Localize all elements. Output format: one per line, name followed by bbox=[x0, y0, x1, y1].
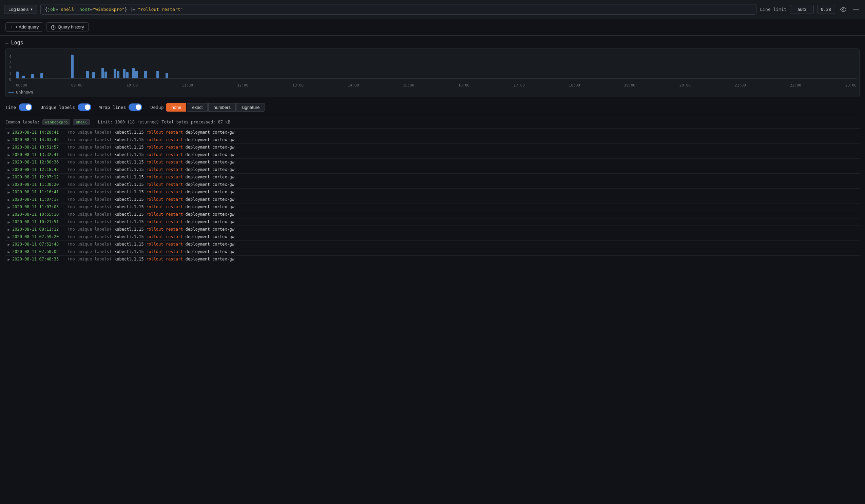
log-expand-icon: ▶ bbox=[5, 220, 12, 224]
log-message: kubectl.1.15 rollout restart deployment … bbox=[114, 249, 860, 254]
log-expand-icon: ▶ bbox=[5, 130, 12, 135]
log-expand-icon: ▶ bbox=[5, 257, 12, 262]
log-message: kubectl.1.15 rollout restart deployment … bbox=[114, 130, 860, 134]
log-expand-icon: ▶ bbox=[5, 182, 12, 187]
add-query-button[interactable]: + + Add query bbox=[5, 22, 43, 32]
log-row[interactable]: ▶ 2020-08-11 11:16:41 (no unique labels)… bbox=[5, 189, 860, 196]
add-query-label: + Add query bbox=[14, 24, 39, 30]
log-message: kubectl.1.15 rollout restart deployment … bbox=[114, 220, 860, 224]
log-message: kubectl.1.15 rollout restart deployment … bbox=[114, 137, 860, 142]
log-unique-labels: (no unique labels) bbox=[68, 204, 112, 209]
common-labels-bar: Common labels: winbookpro shell Limit: 1… bbox=[5, 117, 860, 127]
chart-bars bbox=[16, 51, 856, 79]
log-row[interactable]: ▶ 2020-08-11 11:07:05 (no unique labels)… bbox=[5, 203, 860, 211]
logs-title: Logs bbox=[11, 40, 23, 46]
log-labels-button[interactable]: Log labels ▾ bbox=[4, 5, 37, 14]
wrap-lines-control: Wrap lines bbox=[100, 104, 142, 111]
log-unique-labels: (no unique labels) bbox=[68, 190, 112, 194]
log-row[interactable]: ▶ 2020-08-11 07:59:20 (no unique labels)… bbox=[5, 233, 860, 241]
log-message: kubectl.1.15 rollout restart deployment … bbox=[114, 167, 860, 172]
eye-icon[interactable] bbox=[839, 5, 848, 14]
collapse-icon[interactable]: — bbox=[5, 40, 8, 45]
log-unique-labels: (no unique labels) bbox=[68, 220, 112, 224]
unique-labels-control: Unique labels bbox=[41, 104, 91, 111]
chart-bar bbox=[123, 69, 126, 78]
log-row[interactable]: ▶ 2020-08-11 07:48:33 (no unique labels)… bbox=[5, 256, 860, 263]
dedup-btn-exact[interactable]: exact bbox=[187, 103, 208, 112]
log-row[interactable]: ▶ 2020-08-11 07:52:48 (no unique labels)… bbox=[5, 241, 860, 248]
log-row[interactable]: ▶ 2020-08-11 08:11:12 (no unique labels)… bbox=[5, 226, 860, 233]
line-limit-input[interactable] bbox=[790, 5, 814, 14]
log-row[interactable]: ▶ 2020-08-11 10:55:10 (no unique labels)… bbox=[5, 211, 860, 219]
log-expand-icon: ▶ bbox=[5, 160, 12, 165]
wrap-lines-label: Wrap lines bbox=[100, 105, 126, 110]
log-timestamp: 2020-08-11 13:51:57 bbox=[12, 145, 65, 150]
log-unique-labels: (no unique labels) bbox=[68, 242, 112, 247]
label-badge-winbookpro: winbookpro bbox=[43, 119, 70, 125]
log-row[interactable]: ▶ 2020-08-11 13:51:57 (no unique labels)… bbox=[5, 144, 860, 151]
log-unique-labels: (no unique labels) bbox=[68, 197, 112, 202]
query-input[interactable]: {job="shell",host="winbookpro"} |= "roll… bbox=[41, 4, 757, 15]
chart-bar bbox=[101, 68, 104, 78]
chart-bar bbox=[144, 71, 147, 78]
log-row[interactable]: ▶ 2020-08-11 11:07:17 (no unique labels)… bbox=[5, 196, 860, 203]
log-message: kubectl.1.15 rollout restart deployment … bbox=[114, 212, 860, 217]
log-unique-labels: (no unique labels) bbox=[68, 227, 112, 232]
chart-container: 4 3 2 1 0 08:00 09:00 10:00 11:00 12:00 … bbox=[5, 48, 860, 97]
log-message: kubectl.1.15 rollout restart deployment … bbox=[114, 227, 860, 232]
dedup-label: Dedup bbox=[150, 105, 163, 110]
chart-bar bbox=[135, 71, 138, 78]
chart-y-axis: 4 3 2 1 0 bbox=[9, 54, 15, 81]
log-timestamp: 2020-08-11 11:16:41 bbox=[12, 190, 65, 194]
log-row[interactable]: ▶ 2020-08-11 13:32:41 (no unique labels)… bbox=[5, 151, 860, 159]
time-toggle[interactable] bbox=[19, 104, 32, 111]
query-history-button[interactable]: Query history bbox=[46, 22, 88, 32]
log-row[interactable]: ▶ 2020-08-11 14:03:45 (no unique labels)… bbox=[5, 136, 860, 144]
log-message: kubectl.1.15 rollout restart deployment … bbox=[114, 160, 860, 164]
chart-bar bbox=[16, 72, 19, 78]
log-expand-icon: ▶ bbox=[5, 212, 12, 217]
log-timestamp: 2020-08-11 07:50:02 bbox=[12, 249, 65, 254]
log-timestamp: 2020-08-11 11:07:17 bbox=[12, 197, 65, 202]
log-timestamp: 2020-08-11 07:59:20 bbox=[12, 234, 65, 239]
log-unique-labels: (no unique labels) bbox=[68, 249, 112, 254]
log-message: kubectl.1.15 rollout restart deployment … bbox=[114, 257, 860, 261]
log-row[interactable]: ▶ 2020-08-11 12:18:42 (no unique labels)… bbox=[5, 166, 860, 174]
dedup-btn-none[interactable]: none bbox=[166, 103, 186, 112]
log-row[interactable]: ▶ 2020-08-11 12:07:12 (no unique labels)… bbox=[5, 174, 860, 181]
log-timestamp: 2020-08-11 12:07:12 bbox=[12, 175, 65, 179]
log-message: kubectl.1.15 rollout restart deployment … bbox=[114, 145, 860, 150]
history-icon bbox=[51, 24, 56, 30]
dedup-btn-numbers[interactable]: numbers bbox=[208, 103, 236, 112]
time-badge: 0.2s bbox=[817, 5, 835, 14]
log-unique-labels: (no unique labels) bbox=[68, 160, 112, 164]
legend-label: unknown bbox=[16, 90, 33, 95]
log-unique-labels: (no unique labels) bbox=[68, 167, 112, 172]
log-message: kubectl.1.15 rollout restart deployment … bbox=[114, 234, 860, 239]
chart-bar bbox=[22, 75, 25, 78]
common-labels-prefix: Common labels: bbox=[5, 120, 40, 125]
log-expand-icon: ▶ bbox=[5, 152, 12, 157]
log-expand-icon: ▶ bbox=[5, 197, 12, 202]
chevron-down-icon: ▾ bbox=[31, 7, 33, 12]
log-row[interactable]: ▶ 2020-08-11 07:50:02 (no unique labels)… bbox=[5, 248, 860, 256]
query-history-label: Query history bbox=[58, 24, 84, 30]
log-row[interactable]: ▶ 2020-08-11 11:38:20 (no unique labels)… bbox=[5, 181, 860, 189]
log-expand-icon: ▶ bbox=[5, 204, 12, 210]
wrap-lines-toggle[interactable] bbox=[129, 104, 142, 111]
log-row[interactable]: ▶ 2020-08-11 12:30:36 (no unique labels)… bbox=[5, 159, 860, 166]
chart-bar bbox=[114, 69, 116, 78]
unique-labels-toggle[interactable] bbox=[78, 104, 91, 111]
legend-line-icon bbox=[9, 92, 14, 93]
log-unique-labels: (no unique labels) bbox=[68, 137, 112, 142]
log-unique-labels: (no unique labels) bbox=[68, 145, 112, 150]
log-timestamp: 2020-08-11 14:03:45 bbox=[12, 137, 65, 142]
log-unique-labels: (no unique labels) bbox=[68, 212, 112, 217]
chart-bar bbox=[86, 71, 89, 78]
log-row[interactable]: ▶ 2020-08-11 10:21:51 (no unique labels)… bbox=[5, 219, 860, 226]
log-row[interactable]: ▶ 2020-08-11 14:28:41 (no unique labels)… bbox=[5, 129, 860, 136]
log-timestamp: 2020-08-11 07:52:48 bbox=[12, 242, 65, 247]
dedup-btn-signature[interactable]: signature bbox=[237, 103, 265, 112]
minus-icon[interactable]: — bbox=[851, 4, 861, 15]
log-expand-icon: ▶ bbox=[5, 175, 12, 180]
